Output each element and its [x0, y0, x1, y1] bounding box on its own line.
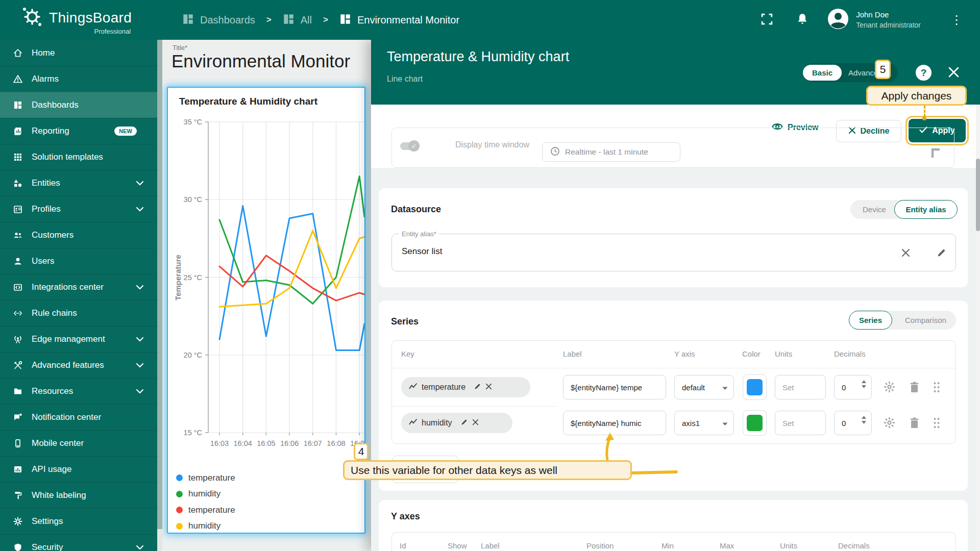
sidebar-item-home[interactable]: Home: [0, 40, 157, 66]
stepper[interactable]: [862, 416, 866, 424]
series-heading: Series: [391, 316, 419, 327]
notification-icon: [13, 412, 23, 422]
yaxis-select[interactable]: axis1: [674, 411, 734, 435]
dialog-actions-section: Preview Decline Apply ✓: [371, 105, 980, 168]
drag-handle-icon[interactable]: [933, 417, 940, 431]
label-input[interactable]: ${entityName} tempe: [563, 375, 666, 399]
edit-pencil-icon[interactable]: [474, 383, 481, 392]
sidebar-item-users[interactable]: Users: [0, 248, 157, 274]
sidebar-item-notification-center[interactable]: Notification center: [0, 404, 157, 430]
templates-icon: [13, 152, 23, 162]
sidebar-item-advanced-features[interactable]: Advanced features: [0, 352, 157, 378]
toggle-device[interactable]: Device: [863, 200, 886, 219]
settings-gear-icon[interactable]: [883, 416, 896, 431]
sidebar-item-alarms[interactable]: Alarms: [0, 66, 157, 92]
sidebar-item-edge-management[interactable]: Edge management: [0, 326, 157, 352]
sidebar-item-customers[interactable]: Customers: [0, 222, 157, 248]
units-input[interactable]: Set: [775, 375, 826, 399]
col-show: Show: [448, 541, 467, 550]
drag-handle-icon[interactable]: [933, 382, 940, 395]
datakey-chip[interactable]: temperature: [401, 377, 530, 397]
yaxis-value: axis1: [682, 419, 700, 428]
kebab-menu-icon[interactable]: ⋮: [950, 13, 963, 27]
timewindow-toggle[interactable]: ✓: [400, 140, 425, 152]
color-picker[interactable]: [743, 410, 767, 436]
toggle-series[interactable]: Series: [849, 311, 892, 330]
datasource-section: Datasource Device Entity alias Entity al…: [379, 188, 968, 287]
entities-icon: [13, 178, 23, 188]
avatar[interactable]: [827, 8, 849, 32]
legend-item[interactable]: temperature: [176, 502, 235, 518]
decimals-input[interactable]: 0: [834, 375, 872, 399]
sidebar-item-rule-chains[interactable]: Rule chains: [0, 300, 157, 326]
sidebar-item-integrations-center[interactable]: Integrations center: [0, 274, 157, 300]
advanced-icon: [13, 360, 23, 370]
legend-item[interactable]: temperature: [176, 470, 235, 486]
logo-edition: Professional: [94, 28, 131, 35]
sidebar-item-reporting[interactable]: ReportingNEW: [0, 118, 157, 144]
sidebar-scrollbar[interactable]: [157, 40, 162, 551]
help-button[interactable]: ?: [916, 65, 932, 81]
sidebar-scrollbar-thumb[interactable]: [157, 40, 162, 529]
fullscreen-icon[interactable]: [761, 13, 773, 28]
sidebar-item-profiles[interactable]: Profiles: [0, 196, 157, 222]
breadcrumb-item-all[interactable]: All: [283, 13, 312, 27]
sidebar-item-mobile-center[interactable]: Mobile center: [0, 430, 157, 456]
sidebar-item-entities[interactable]: Entities: [0, 170, 157, 196]
delete-trash-icon[interactable]: [909, 417, 920, 431]
legend-item[interactable]: humidity: [176, 518, 235, 535]
svg-text:16:06: 16:06: [280, 439, 299, 447]
datakey-chip[interactable]: humidity: [401, 413, 512, 433]
toggle-entity-alias[interactable]: Entity alias: [894, 200, 958, 219]
tab-basic[interactable]: Basic: [803, 65, 842, 81]
breadcrumb-separator: >: [266, 15, 272, 25]
corner-bracket-icon[interactable]: [929, 146, 943, 162]
edit-pencil-icon[interactable]: [460, 418, 468, 428]
sidebar-item-dashboards[interactable]: Dashboards: [0, 92, 157, 118]
sidebar-item-settings[interactable]: Settings: [0, 508, 157, 534]
settings-gear-icon[interactable]: [883, 381, 896, 395]
breadcrumb-item-environmental-monitor[interactable]: Environmental Monitor: [339, 13, 459, 27]
remove-x-icon[interactable]: [485, 383, 492, 392]
close-icon[interactable]: [948, 66, 960, 80]
entity-alias-field[interactable]: Entity alias* Sensor list: [391, 234, 956, 271]
dashboard-title-input[interactable]: Environmental Monitor: [172, 51, 350, 71]
dashboard-title-label: Title*: [173, 44, 187, 52]
legend-item[interactable]: humidity: [176, 486, 235, 503]
svg-text:Temperature: Temperature: [174, 255, 182, 300]
color-picker[interactable]: [743, 374, 767, 400]
decimals-value: 0: [842, 419, 846, 428]
col-min: Min: [662, 541, 674, 550]
logo[interactable]: ThingsBoard Professional: [20, 5, 132, 31]
yaxis-select[interactable]: default: [674, 375, 734, 399]
chart-legend: temperaturehumiditytemperaturehumidity: [176, 470, 235, 534]
sidebar-item-solution-templates[interactable]: Solution templates: [0, 144, 157, 170]
notifications-bell-icon[interactable]: [796, 12, 809, 28]
clear-icon[interactable]: [901, 248, 911, 260]
sidebar-item-label: Advanced features: [32, 360, 136, 370]
legend-label: temperature: [188, 505, 235, 515]
remove-x-icon[interactable]: [472, 418, 479, 428]
sidebar-item-white-labeling[interactable]: White labeling: [0, 482, 157, 508]
dialog-scrollbar-thumb[interactable]: [976, 159, 980, 231]
settings-icon: [13, 516, 23, 527]
widget-card[interactable]: Temperature & Humidity chart 35 °C30 °C2…: [167, 87, 365, 534]
dialog-body: Preview Decline Apply ✓: [371, 105, 980, 551]
delete-trash-icon[interactable]: [909, 381, 920, 395]
sidebar-item-resources[interactable]: Resources: [0, 378, 157, 404]
sidebar-item-api-usage[interactable]: API usage: [0, 456, 157, 482]
timewindow-value-button[interactable]: Realtime - last 1 minute: [542, 142, 680, 162]
label-input[interactable]: ${entityName} humic: [563, 411, 666, 435]
edit-pencil-icon[interactable]: [936, 247, 947, 260]
user-info[interactable]: John Doe Tenant administrator: [856, 10, 921, 30]
breadcrumb-item-dashboards[interactable]: Dashboards: [182, 13, 255, 27]
profiles-icon: [13, 204, 23, 214]
decimals-input[interactable]: 0: [834, 411, 872, 435]
col-max: Max: [720, 541, 734, 550]
sidebar-item-label: Dashboards: [32, 100, 150, 110]
chevron-down-icon: [136, 205, 144, 214]
units-input[interactable]: Set: [775, 411, 826, 435]
sidebar-item-security[interactable]: Security: [0, 534, 157, 551]
toggle-comparison[interactable]: Comparison: [905, 311, 946, 330]
stepper[interactable]: [862, 380, 866, 388]
